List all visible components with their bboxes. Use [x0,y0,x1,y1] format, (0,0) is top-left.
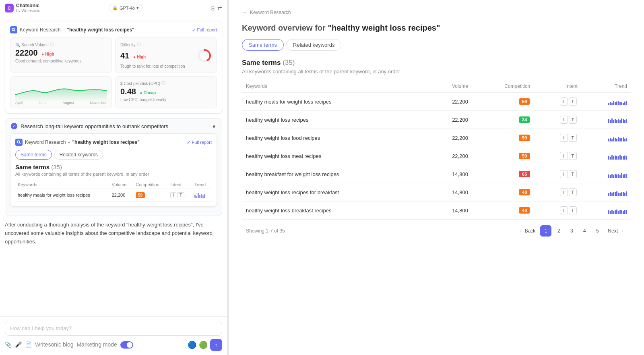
rp-section-title: Same terms (35) [242,59,631,67]
cell-competition: 65 [472,165,534,183]
svg-line-1 [14,31,16,32]
mic-icon[interactable]: 🎤 [15,341,22,349]
stats-row: 🔍 Search Volume ⓘ 22200 ● High Good dema… [10,37,217,73]
app-name: Chatsonic [16,3,40,8]
cpc-desc: Low CPC, budget-friendly [120,98,212,102]
intent-badge-mini: T [177,192,184,198]
sv-badge: ● High [41,52,54,56]
intent-badge: T [569,134,577,142]
chat-input-box: How can I help you today? [5,321,222,336]
ai-action-icons: 🔵 🟢 ↑ [188,339,222,351]
blog-icon[interactable]: 📄 [25,341,32,349]
cell-competition: 59 [472,93,534,111]
app-logo: C Chatsonic by Writesonic [5,3,40,13]
kr-label-2: Keyword Research [25,139,66,145]
dollar-icon: $ [120,81,123,86]
cell-keyword: healthy weight loss breakfast recipes [242,201,428,220]
cpc-label: $ Cost per click (CPC) ⓘ [120,81,212,86]
competition-badge: 59 [519,98,530,105]
ai-response-text: After conducting a thorough analysis of … [5,221,222,246]
difficulty-circle-chart [197,48,212,63]
cell-keyword: healthy weight loss recipes for breakfas… [242,183,428,201]
arrow-right-icon: → [242,10,247,15]
model-label: GPT-4o [120,6,135,10]
col-intent: Intent [534,80,582,93]
page-2-button[interactable]: 2 [553,225,564,237]
page-5-button[interactable]: 5 [592,225,603,237]
mini-section-count: (35) [51,164,62,170]
share-icon[interactable]: ⎘ [211,5,214,11]
table-row: healthy breakfast for weight loss recipe… [242,165,631,183]
page-4-button[interactable]: 4 [579,225,590,237]
chat-input-placeholder: How can I help you today? [10,325,72,331]
rp-tab-same-terms[interactable]: Same terms [242,39,284,51]
cell-competition: 48 [472,183,534,201]
table-row: healthy weight loss recipes 22,200 34 IT [242,111,631,129]
ai-icon-2: 🟢 [199,340,208,349]
back-button[interactable]: ← Back [516,226,539,235]
intent-badge: I [560,206,568,214]
kr-card-2-icon [15,139,23,146]
competition-badge: 59 [519,153,530,159]
model-badge[interactable]: 🔒 GPT-4o ▾ [109,4,142,12]
intent-badge: I [560,188,568,196]
page-3-button[interactable]: 3 [566,225,577,237]
attach-icon[interactable]: 📎 [5,341,12,349]
cell-volume: 22,200 [428,93,472,111]
dot-icon: ● [41,52,44,56]
pagination-info: Showing 1-7 of 35 [246,228,285,234]
table-row: healthy weight loss meal recipes 22,200 … [242,147,631,165]
send-button[interactable]: ↑ [210,339,222,351]
diff-value: 41 [120,51,129,60]
settings-icon[interactable]: ⇄ [217,5,222,11]
kr-card-title: Keyword Research - "healthy weight loss … [10,26,134,33]
input-area: How can I help you today? 📎 🎤 📄 Writeson… [0,316,227,355]
cpc-badge: ● Cheap [140,91,156,95]
expand-icon: ⤢ [192,27,196,33]
full-report-link-2[interactable]: ⤢ Full report [187,140,212,145]
kr-query-1: "healthy weight loss recipes" [67,27,134,33]
kr-dash: - [63,27,64,33]
cpc-box: $ Cost per click (CPC) ⓘ 0.48 ● Cheap Lo… [115,76,217,108]
intent-badge-mini: I [170,192,176,198]
chart-cpc-row: April June August November $ Cost per cl… [10,76,217,108]
mini-competition-badge: 59 [136,192,145,198]
page-1-button[interactable]: 1 [540,225,551,237]
diff-badge: ● High [133,55,146,59]
diff-value-group: 41 ● High [120,51,146,60]
tab-related-kw-mini[interactable]: Related keywords [54,150,103,160]
mini-cell-competition: 59 [133,189,168,201]
kr-card-icon [10,26,17,33]
col-trend: Trend [582,80,631,93]
sv-desc: Good demand, competitive keywords [15,59,107,63]
marketing-mode-toggle[interactable] [120,341,133,349]
check-icon: ✓ [11,123,17,129]
tab-same-terms-mini[interactable]: Same terms [15,150,52,160]
collapse-title-text: Research long-tail keyword opportunities… [21,123,168,129]
ai-icon-1: 🔵 [188,340,196,349]
mini-col-keywords: Keywords [15,181,109,189]
collapse-header[interactable]: ✓ Research long-tail keyword opportuniti… [5,119,222,133]
rp-section-count: (35) [283,59,295,66]
diff-label: Difficulty ⓘ [120,42,212,48]
rp-title-query: "healthy weight loss recipes" [328,23,440,32]
competition-badge: 59 [519,135,530,141]
full-report-link-1[interactable]: ⤢ Full report [192,27,217,33]
sv-value: 22200 [15,48,38,57]
writesonic-blog-label[interactable]: Writesonic blog [35,341,73,349]
kr-card-2-header: Keyword Research - "healthy weight loss … [15,139,212,146]
cell-volume: 14,800 [428,201,472,220]
cell-competition: 59 [472,147,534,165]
search-volume-box: 🔍 Search Volume ⓘ 22200 ● High Good dema… [10,37,112,73]
cpc-value-row: 0.48 ● Cheap [120,87,212,96]
mini-col-competition: Competition [133,181,168,189]
mini-col-intent: Intent [168,181,192,189]
cell-competition: 59 [472,129,534,147]
rp-tab-related-kw[interactable]: Related keywords [286,39,341,51]
cpc-info-icon: ⓘ [161,81,165,86]
kr-card-header: Keyword Research - "healthy weight loss … [10,26,217,33]
next-button[interactable]: Next → [605,226,627,235]
sv-info-icon: ⓘ [50,42,54,48]
cell-volume: 22,200 [428,129,472,147]
marketing-mode-label: Marketing mode [76,341,117,349]
